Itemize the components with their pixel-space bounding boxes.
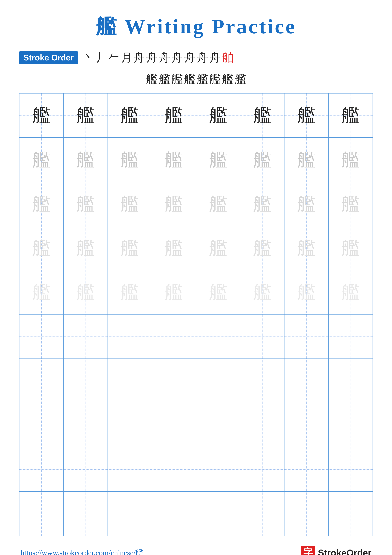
cell-10-1[interactable] — [19, 492, 64, 536]
cell-8-6[interactable] — [240, 403, 284, 447]
stroke-17: 艦 — [197, 72, 208, 87]
cell-9-6[interactable] — [240, 447, 284, 492]
cell-1-8[interactable]: 艦 — [328, 93, 373, 138]
cell-2-3[interactable]: 艦 — [108, 138, 152, 182]
brand-icon: 字 — [301, 546, 315, 555]
cell-2-7[interactable]: 艦 — [284, 138, 328, 182]
cell-9-8[interactable] — [328, 447, 373, 492]
cell-5-1[interactable]: 艦 — [19, 270, 64, 314]
cell-7-1[interactable] — [19, 359, 64, 403]
cell-10-5[interactable] — [196, 492, 240, 536]
cell-4-2[interactable]: 艦 — [64, 226, 107, 270]
char-2-5: 艦 — [209, 151, 227, 169]
practice-row-8 — [19, 403, 373, 447]
footer-brand: 字 StrokeOrder — [301, 546, 371, 555]
cell-4-8[interactable]: 艦 — [328, 226, 373, 270]
char-1-3: 艦 — [121, 106, 139, 124]
cell-7-7[interactable] — [284, 359, 328, 403]
cell-8-5[interactable] — [196, 403, 240, 447]
cell-10-6[interactable] — [240, 492, 284, 536]
stroke-15: 艦 — [171, 72, 183, 87]
cell-7-4[interactable] — [152, 359, 196, 403]
cell-6-4[interactable] — [152, 314, 196, 359]
char-4-1: 艦 — [32, 239, 50, 257]
cell-6-8[interactable] — [328, 314, 373, 359]
cell-5-8[interactable]: 艦 — [328, 270, 373, 314]
cell-7-3[interactable] — [108, 359, 152, 403]
stroke-9: 舟 — [184, 50, 195, 65]
stroke-10: 舟 — [197, 50, 208, 65]
cell-2-1[interactable]: 艦 — [19, 138, 64, 182]
practice-row-9 — [19, 447, 373, 492]
cell-9-7[interactable] — [284, 447, 328, 492]
cell-3-3[interactable]: 艦 — [108, 182, 152, 226]
cell-4-6[interactable]: 艦 — [240, 226, 284, 270]
practice-row-3: 艦 艦 艦 艦 艦 艦 艦 艦 — [19, 182, 373, 226]
cell-4-5[interactable]: 艦 — [196, 226, 240, 270]
cell-7-6[interactable] — [240, 359, 284, 403]
cell-1-3[interactable]: 艦 — [108, 93, 152, 138]
cell-6-5[interactable] — [196, 314, 240, 359]
cell-1-7[interactable]: 艦 — [284, 93, 328, 138]
title-char: 艦 — [96, 15, 118, 38]
cell-10-7[interactable] — [284, 492, 328, 536]
char-3-1: 艦 — [32, 195, 50, 213]
cell-7-5[interactable] — [196, 359, 240, 403]
stroke-19: 艦 — [222, 72, 233, 87]
cell-5-5[interactable]: 艦 — [196, 270, 240, 314]
cell-4-3[interactable]: 艦 — [108, 226, 152, 270]
cell-9-1[interactable] — [19, 447, 64, 492]
footer-url[interactable]: https://www.strokeorder.com/chinese/艦 — [21, 548, 143, 555]
cell-10-4[interactable] — [152, 492, 196, 536]
cell-4-7[interactable]: 艦 — [284, 226, 328, 270]
practice-grid: 艦 艦 艦 艦 艦 艦 艦 艦 艦 艦 艦 艦 艦 艦 艦 艦 艦 艦 艦 艦 … — [19, 93, 373, 536]
cell-5-7[interactable]: 艦 — [284, 270, 328, 314]
cell-9-5[interactable] — [196, 447, 240, 492]
cell-5-3[interactable]: 艦 — [108, 270, 152, 314]
cell-2-2[interactable]: 艦 — [64, 138, 107, 182]
cell-3-5[interactable]: 艦 — [196, 182, 240, 226]
cell-1-6[interactable]: 艦 — [240, 93, 284, 138]
cell-10-8[interactable] — [328, 492, 373, 536]
cell-3-6[interactable]: 艦 — [240, 182, 284, 226]
page-title: 艦 Writing Practice — [96, 13, 296, 41]
cell-8-8[interactable] — [328, 403, 373, 447]
cell-1-4[interactable]: 艦 — [152, 93, 196, 138]
cell-3-4[interactable]: 艦 — [152, 182, 196, 226]
cell-3-8[interactable]: 艦 — [328, 182, 373, 226]
cell-3-7[interactable]: 艦 — [284, 182, 328, 226]
cell-6-6[interactable] — [240, 314, 284, 359]
cell-1-5[interactable]: 艦 — [196, 93, 240, 138]
stroke-14: 艦 — [159, 72, 170, 87]
cell-3-1[interactable]: 艦 — [19, 182, 64, 226]
cell-4-1[interactable]: 艦 — [19, 226, 64, 270]
cell-6-3[interactable] — [108, 314, 152, 359]
char-3-4: 艦 — [165, 195, 183, 213]
cell-2-5[interactable]: 艦 — [196, 138, 240, 182]
cell-5-2[interactable]: 艦 — [64, 270, 107, 314]
cell-6-2[interactable] — [64, 314, 107, 359]
cell-8-3[interactable] — [108, 403, 152, 447]
cell-3-2[interactable]: 艦 — [64, 182, 107, 226]
cell-2-4[interactable]: 艦 — [152, 138, 196, 182]
cell-5-4[interactable]: 艦 — [152, 270, 196, 314]
cell-9-4[interactable] — [152, 447, 196, 492]
cell-1-2[interactable]: 艦 — [64, 93, 107, 138]
cell-9-3[interactable] — [108, 447, 152, 492]
cell-5-6[interactable]: 艦 — [240, 270, 284, 314]
cell-8-1[interactable] — [19, 403, 64, 447]
cell-10-2[interactable] — [64, 492, 107, 536]
cell-7-8[interactable] — [328, 359, 373, 403]
cell-7-2[interactable] — [64, 359, 107, 403]
cell-2-6[interactable]: 艦 — [240, 138, 284, 182]
cell-1-1[interactable]: 艦 — [19, 93, 64, 138]
cell-10-3[interactable] — [108, 492, 152, 536]
cell-6-1[interactable] — [19, 314, 64, 359]
cell-8-2[interactable] — [64, 403, 107, 447]
cell-2-8[interactable]: 艦 — [328, 138, 373, 182]
cell-9-2[interactable] — [64, 447, 107, 492]
cell-4-4[interactable]: 艦 — [152, 226, 196, 270]
cell-6-7[interactable] — [284, 314, 328, 359]
cell-8-7[interactable] — [284, 403, 328, 447]
cell-8-4[interactable] — [152, 403, 196, 447]
